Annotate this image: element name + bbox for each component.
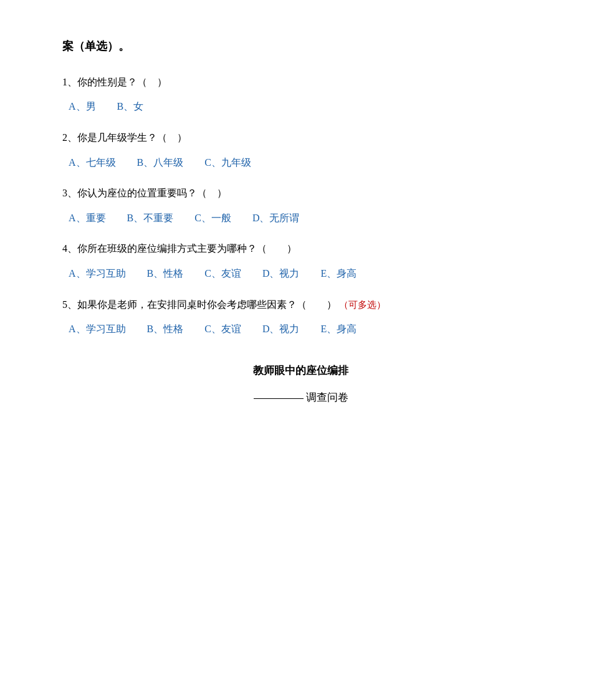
option-2c: C、九年级 (204, 155, 251, 171)
option-1b: B、女 (117, 98, 144, 115)
option-4d: D、视力 (262, 266, 300, 282)
options-row-4: A、学习互助 B、性格 C、友谊 D、视力 E、身高 (62, 266, 539, 282)
option-5e: E、身高 (320, 321, 357, 337)
option-3c: C、一般 (194, 210, 231, 226)
options-row-1: A、男 B、女 (62, 98, 539, 115)
option-4b: B、性格 (147, 266, 184, 282)
option-4a: A、学习互助 (69, 266, 126, 282)
question-text-3: 3、你认为座位的位置重要吗？（ ） (62, 185, 539, 201)
option-1a: A、男 (69, 98, 96, 115)
option-3a: A、重要 (69, 210, 106, 226)
question-block-3: 3、你认为座位的位置重要吗？（ ） A、重要 B、不重要 C、一般 D、无所谓 (62, 185, 539, 226)
option-3d: D、无所谓 (252, 210, 300, 226)
option-5a: A、学习互助 (69, 321, 126, 337)
option-5d: D、视力 (262, 321, 300, 337)
footer-title: 教师眼中的座位编排 (62, 362, 539, 379)
question-text-4: 4、你所在班级的座位编排方式主要为哪种？（ ） (62, 241, 539, 257)
question-block-2: 2、你是几年级学生？（ ） A、七年级 B、八年级 C、九年级 (62, 130, 539, 170)
question-text-2: 2、你是几年级学生？（ ） (62, 130, 539, 146)
option-2b: B、八年级 (137, 155, 184, 171)
question-block-5: 5、如果你是老师，在安排同桌时你会考虑哪些因素？（ ） （可多选） A、学习互助… (62, 297, 539, 337)
question-block-4: 4、你所在班级的座位编排方式主要为哪种？（ ） A、学习互助 B、性格 C、友谊… (62, 241, 539, 281)
option-4c: C、友谊 (204, 266, 241, 282)
question-5-main: 5、如果你是老师，在安排同桌时你会考虑哪些因素？（ ） (62, 299, 337, 310)
option-3b: B、不重要 (127, 210, 174, 226)
footer-section: 教师眼中的座位编排 调查问卷 (62, 362, 539, 406)
option-2a: A、七年级 (69, 155, 116, 171)
question-5-multi-note: （可多选） (339, 300, 386, 310)
question-text-5: 5、如果你是老师，在安排同桌时你会考虑哪些因素？（ ） （可多选） (62, 297, 539, 313)
questions-container: 1、你的性别是？（ ） A、男 B、女 2、你是几年级学生？（ ） A、七年级 … (62, 74, 539, 337)
option-4e: E、身高 (320, 266, 357, 282)
footer-dash-line (254, 398, 304, 399)
options-row-3: A、重要 B、不重要 C、一般 D、无所谓 (62, 210, 539, 226)
footer-subtitle: 调查问卷 (62, 389, 539, 406)
option-5b: B、性格 (147, 321, 184, 337)
option-5c: C、友谊 (204, 321, 241, 337)
question-block-1: 1、你的性别是？（ ） A、男 B、女 (62, 74, 539, 115)
options-row-5: A、学习互助 B、性格 C、友谊 D、视力 E、身高 (62, 321, 539, 337)
footer-subtitle-text: 调查问卷 (306, 391, 348, 403)
options-row-2: A、七年级 B、八年级 C、九年级 (62, 155, 539, 171)
section-header: 案（单选）。 (62, 37, 539, 55)
question-text-1: 1、你的性别是？（ ） (62, 74, 539, 90)
